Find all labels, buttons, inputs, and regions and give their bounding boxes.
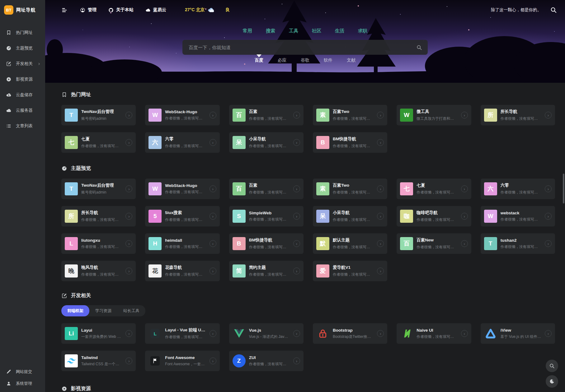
card-arrow-icon[interactable]: › — [210, 185, 216, 192]
site-card-咖啡吧导航[interactable]: 咖咖啡吧导航作者很懒，没有填写描述。› — [397, 206, 471, 226]
sidebar-item-5-云服务器[interactable]: 云服务器 — [0, 103, 45, 118]
engine-tab-谷歌[interactable]: 谷歌 — [301, 58, 309, 63]
site-card-Tailwind[interactable]: TailwindTailwind CSS 是一个功能类...› — [61, 351, 136, 371]
topbar-search-icon[interactable] — [550, 7, 557, 13]
site-card-TwoNav后台管理[interactable]: TTwoNav后台管理账号密码admin› — [61, 105, 136, 125]
engine-tab-文献[interactable]: 文献 — [347, 58, 355, 63]
sidebar-item-6-文章列表[interactable]: 文章列表 — [0, 118, 45, 134]
site-card-爱导航V1[interactable]: 爱爱导航V1作者很懒，没有填写描述。› — [313, 261, 387, 281]
card-arrow-icon[interactable]: › — [125, 268, 132, 274]
topbar-menu-管理[interactable]: 管理 — [80, 7, 97, 13]
site-card-liutongxu[interactable]: Lliutongxu作者很懒，没有填写描述。› — [61, 233, 136, 254]
site-card-WebStack-Hugo[interactable]: WWebStack-Hugo作者很懒，没有填写描述。› — [145, 179, 219, 199]
site-card-百素Two[interactable]: 素百素Two作者很懒，没有填写描述。› — [313, 179, 387, 199]
card-arrow-icon[interactable]: › — [210, 213, 216, 220]
sidebar-item-0-热门网址[interactable]: 热门网址 — [0, 25, 45, 40]
card-arrow-icon[interactable]: › — [125, 240, 132, 247]
card-arrow-icon[interactable]: › — [293, 330, 300, 337]
site-card-六零[interactable]: 六六零作者很懒，没有填写描述。› — [145, 132, 219, 153]
site-card-BM快捷导航[interactable]: BBM快捷导航作者很懒，没有填写描述。› — [313, 132, 387, 153]
site-logo[interactable]: BT 网址导航 — [0, 0, 45, 20]
site-card-ZUI[interactable]: ZZUI作者很懒，没有填写描述。› — [229, 351, 304, 371]
card-arrow-icon[interactable]: › — [377, 185, 384, 192]
hamburger-icon[interactable] — [61, 7, 68, 13]
card-arrow-icon[interactable]: › — [545, 185, 552, 192]
site-card-Naive UI[interactable]: Naive UI作者很懒，没有填写描述。› — [397, 323, 471, 344]
site-card-微工具[interactable]: W微工具微工具致力于打造和收集各...› — [397, 105, 471, 125]
site-card-SimpleWeb[interactable]: SSimpleWeb作者很懒，没有填写描述。› — [229, 206, 304, 226]
card-arrow-icon[interactable]: › — [293, 357, 300, 364]
card-arrow-icon[interactable]: › — [545, 213, 552, 220]
site-card-百素Two[interactable]: 素百素Two作者很懒，没有填写描述。› — [313, 105, 387, 125]
hero-category-tab-社区[interactable]: 社区 — [312, 28, 321, 34]
site-card-小呆导航[interactable]: 呆小呆导航作者很懒，没有填写描述。› — [229, 132, 304, 153]
site-card-Layui - Vue 前端 UI 框架[interactable]: LLayui - Vue 前端 UI 框架作者很懒，没有填写描述。› — [145, 323, 219, 344]
site-card-花森导航[interactable]: 花花森导航作者很懒，没有填写描述。› — [145, 261, 219, 281]
sidebar-item-b0-网站提交[interactable]: 网站提交 — [0, 366, 45, 378]
sidebar-item-4-云盘储存[interactable]: 云盘储存 — [0, 87, 45, 103]
card-arrow-icon[interactable]: › — [125, 112, 132, 119]
site-card-Bootstrap[interactable]: BootstrapBootstrap是Twitter推出的...› — [313, 323, 387, 344]
site-card-Layui[interactable]: LiLayui一套开源免费的 Web UI 组...› — [61, 323, 136, 344]
card-arrow-icon[interactable]: › — [461, 240, 468, 247]
card-arrow-icon[interactable]: › — [461, 330, 468, 337]
dark-mode-button[interactable] — [546, 375, 558, 388]
site-card-默认主题[interactable]: 默默认主题作者很懒，没有填写描述。› — [313, 233, 387, 254]
site-card-iView[interactable]: iView基于 Vue.js 的 UI 组件库，...› — [481, 323, 555, 344]
sidebar-item-1-主题预览[interactable]: 主题预览 — [0, 40, 45, 56]
card-arrow-icon[interactable]: › — [293, 213, 300, 220]
hero-category-tab-求职[interactable]: 求职 — [358, 28, 367, 34]
site-card-TwoNav后台管理[interactable]: TTwoNav后台管理账号密码admin› — [61, 179, 136, 199]
card-arrow-icon[interactable]: › — [545, 112, 552, 119]
hero-category-tab-工具[interactable]: 工具 — [289, 28, 298, 34]
floating-search-button[interactable] — [546, 360, 558, 372]
site-card-heimdall[interactable]: Hheimdall作者很懒，没有填写描述。› — [145, 233, 219, 254]
engine-tab-软件[interactable]: 软件 — [324, 58, 332, 63]
search-input[interactable] — [188, 44, 416, 50]
card-arrow-icon[interactable]: › — [377, 268, 384, 274]
card-arrow-icon[interactable]: › — [210, 268, 216, 274]
search-icon[interactable] — [416, 44, 422, 50]
card-arrow-icon[interactable]: › — [377, 213, 384, 220]
card-arrow-icon[interactable]: › — [545, 330, 552, 337]
site-card-小呆导航[interactable]: 呆小呆导航作者很懒，没有填写描述。› — [313, 206, 387, 226]
card-arrow-icon[interactable]: › — [293, 139, 300, 146]
card-arrow-icon[interactable]: › — [210, 330, 216, 337]
card-arrow-icon[interactable]: › — [461, 213, 468, 220]
card-arrow-icon[interactable]: › — [377, 139, 384, 146]
site-card-BM快捷导航[interactable]: BBM快捷导航作者很懒，没有填写描述。› — [229, 233, 304, 254]
hero-category-tab-常用[interactable]: 常用 — [243, 28, 252, 34]
sidebar-item-b1-系统管理[interactable]: 系统管理 — [0, 378, 45, 390]
site-card-Font Awesome[interactable]: Font AwesomeFont Awesome，一套绝佳...› — [145, 351, 219, 371]
card-arrow-icon[interactable]: › — [377, 112, 384, 119]
card-arrow-icon[interactable]: › — [210, 139, 216, 146]
card-arrow-icon[interactable]: › — [293, 240, 300, 247]
dev-tab-站长工具[interactable]: 站长工具 — [117, 305, 145, 316]
card-arrow-icon[interactable]: › — [461, 185, 468, 192]
card-arrow-icon[interactable]: › — [377, 330, 384, 337]
dev-tab-前端框架[interactable]: 前端框架 — [61, 305, 89, 316]
card-arrow-icon[interactable]: › — [125, 330, 132, 337]
card-arrow-icon[interactable]: › — [293, 268, 300, 274]
card-arrow-icon[interactable]: › — [125, 213, 132, 220]
card-arrow-icon[interactable]: › — [377, 240, 384, 247]
site-card-WebStack-Hugo[interactable]: WWebStack-Hugo作者很懒，没有填写描述。› — [145, 105, 219, 125]
site-card-百素[interactable]: 百百素作者很懒，没有填写描述。› — [229, 105, 304, 125]
site-card-百素New[interactable]: 百百素New作者很懒，没有填写描述。› — [397, 233, 471, 254]
card-arrow-icon[interactable]: › — [210, 357, 216, 364]
engine-tab-必应[interactable]: 必应 — [278, 58, 286, 63]
card-arrow-icon[interactable]: › — [210, 112, 216, 119]
site-card-七夏[interactable]: 七七夏作者很懒，没有填写描述。› — [397, 179, 471, 199]
card-arrow-icon[interactable]: › — [125, 185, 132, 192]
card-arrow-icon[interactable]: › — [293, 185, 300, 192]
sidebar-item-3-影视资源[interactable]: 影视资源 — [0, 72, 45, 87]
site-card-所长导航[interactable]: 所所长导航作者很懒，没有填写描述。› — [481, 105, 555, 125]
site-card-简约主题[interactable]: 简简约主题作者很懒，没有填写描述。› — [229, 261, 304, 281]
site-card-七夏[interactable]: 七七夏作者很懒，没有填写描述。› — [61, 132, 136, 153]
card-arrow-icon[interactable]: › — [461, 112, 468, 119]
site-card-webstack[interactable]: Wwebstack作者很懒，没有填写描述。› — [481, 206, 555, 226]
site-card-百素[interactable]: 百百素作者很懒，没有填写描述。› — [229, 179, 304, 199]
topbar-menu-蓝易云[interactable]: 蓝易云 — [145, 7, 166, 13]
hero-category-tab-生活[interactable]: 生活 — [335, 28, 344, 34]
hero-category-tab-搜索[interactable]: 搜索 — [266, 28, 275, 34]
